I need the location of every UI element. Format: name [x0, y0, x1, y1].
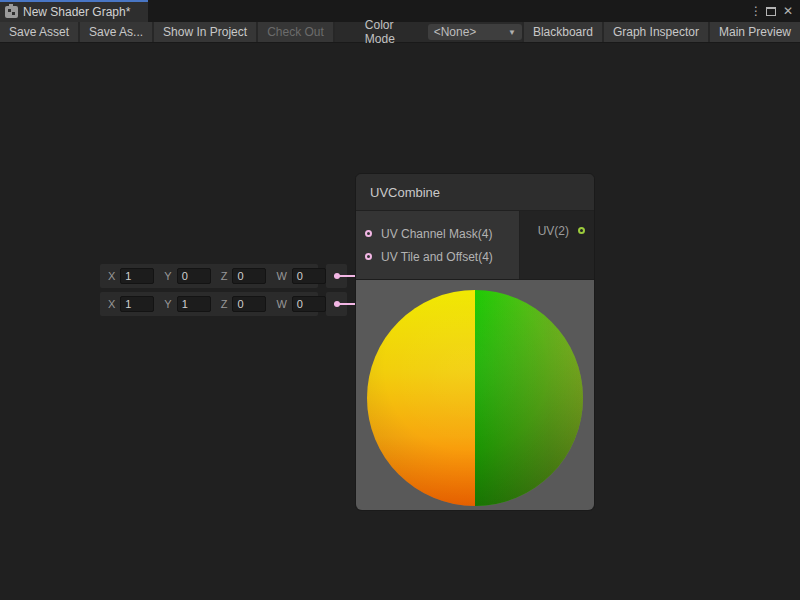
output-port-label: UV(2) [538, 224, 569, 238]
maximize-icon[interactable] [766, 7, 776, 16]
uv-tile-offset-port-icon[interactable] [365, 253, 372, 260]
show-in-project-button[interactable]: Show In Project [154, 22, 258, 42]
vector-field-group: X 1 [108, 296, 154, 312]
toolbar-right-group: Blackboard Graph Inspector Main Preview [522, 22, 800, 42]
vector-field-group: W 0 [276, 296, 325, 312]
vector-field-group: Z 0 [221, 268, 267, 284]
node-output-panel: UV(2) [520, 211, 594, 279]
vector2-x-input[interactable]: 1 [120, 296, 154, 312]
vector4-node-1[interactable]: X 1 Y 0 Z 0 W 0 [100, 264, 318, 288]
input-port-row: UV Channel Mask(4) [365, 227, 519, 241]
node-body: UV Channel Mask(4) UV Tile and Offset(4)… [356, 211, 594, 279]
close-icon[interactable]: ✕ [782, 4, 794, 18]
save-as-button[interactable]: Save As... [80, 22, 154, 42]
node-preview-sphere [367, 290, 583, 506]
chevron-down-icon: ▼ [508, 28, 516, 37]
node-header[interactable]: UVCombine [356, 174, 594, 211]
window-controls: ⋮ ✕ [750, 0, 800, 22]
vector2-w-input[interactable]: 0 [292, 296, 326, 312]
vector1-w-input[interactable]: 0 [292, 268, 326, 284]
vector1-x-input[interactable]: 1 [120, 268, 154, 284]
uv-channel-mask-port-icon[interactable] [365, 230, 372, 237]
color-mode-dropdown[interactable]: <None> ▼ [428, 24, 522, 40]
field-label-z: Z [221, 298, 228, 310]
vector-field-group: W 0 [276, 268, 325, 284]
vector-field-group: X 1 [108, 268, 154, 284]
tab-title: New Shader Graph* [23, 5, 130, 19]
field-label-w: W [276, 298, 286, 310]
uv-output-port-icon[interactable] [578, 227, 585, 234]
field-label-w: W [276, 270, 286, 282]
vector4-node-2[interactable]: X 1 Y 1 Z 0 W 0 [100, 292, 318, 316]
field-label-y: Y [164, 298, 171, 310]
main-preview-toggle-button[interactable]: Main Preview [708, 22, 800, 42]
sphere-left-half [367, 290, 475, 506]
color-mode-group: Color Mode <None> ▼ [335, 22, 522, 42]
vector2-z-input[interactable]: 0 [232, 296, 266, 312]
check-out-button: Check Out [258, 22, 335, 42]
vector-field-group: Z 0 [221, 296, 267, 312]
save-asset-button[interactable]: Save Asset [0, 22, 80, 42]
color-mode-label: Color Mode [365, 18, 420, 46]
node-preview [356, 279, 594, 510]
vector-field-group: Y 0 [164, 268, 210, 284]
shader-graph-asset-icon [5, 6, 18, 18]
node-input-panel: UV Channel Mask(4) UV Tile and Offset(4) [356, 211, 520, 279]
graph-inspector-toggle-button[interactable]: Graph Inspector [602, 22, 708, 42]
output-port-row: UV(2) [538, 224, 585, 237]
vector-field-group: Y 1 [164, 296, 210, 312]
field-label-x: X [108, 298, 115, 310]
graph-canvas[interactable]: X 1 Y 0 Z 0 W 0 X 1 Y 1 Z 0 [0, 43, 800, 600]
input-port-row: UV Tile and Offset(4) [365, 250, 519, 264]
shader-graph-toolbar: Save Asset Save As... Show In Project Ch… [0, 22, 800, 43]
vector1-z-input[interactable]: 0 [232, 268, 266, 284]
blackboard-toggle-button[interactable]: Blackboard [522, 22, 602, 42]
color-mode-value: <None> [434, 25, 477, 39]
field-label-y: Y [164, 270, 171, 282]
field-label-z: Z [221, 270, 228, 282]
uvcombine-node[interactable]: UVCombine UV Channel Mask(4) UV Tile and… [355, 173, 595, 511]
sphere-right-half [475, 290, 583, 506]
vector2-y-input[interactable]: 1 [177, 296, 211, 312]
tab-new-shader-graph[interactable]: New Shader Graph* [0, 0, 148, 22]
field-label-x: X [108, 270, 115, 282]
vector1-y-input[interactable]: 0 [177, 268, 211, 284]
input-port-label: UV Tile and Offset(4) [381, 250, 493, 264]
node-title: UVCombine [370, 185, 440, 200]
input-port-label: UV Channel Mask(4) [381, 227, 492, 241]
window-menu-icon[interactable]: ⋮ [750, 4, 760, 18]
